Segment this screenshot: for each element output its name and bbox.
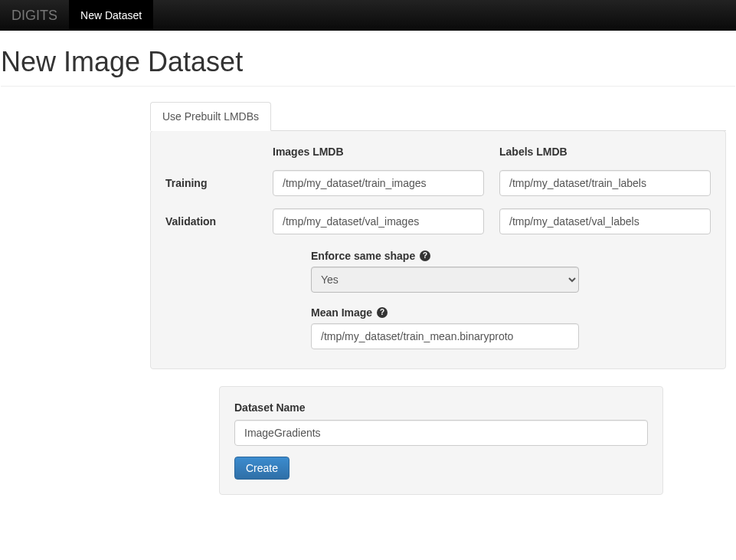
val-labels-input[interactable] — [499, 208, 711, 234]
lmdb-panel: Images LMDB Labels LMDB Training Validat… — [150, 130, 726, 369]
dataset-name-panel: Dataset Name Create — [219, 386, 663, 495]
enforce-shape-label: Enforce same shape ? — [311, 250, 430, 262]
train-images-input[interactable] — [273, 170, 484, 196]
row-header-validation: Validation — [165, 215, 257, 228]
mean-image-input[interactable] — [311, 323, 579, 349]
dataset-name-label: Dataset Name — [234, 401, 648, 414]
dataset-name-input[interactable] — [234, 420, 648, 446]
tabs: Use Prebuilt LMDBs — [150, 102, 726, 131]
nav-item-new-dataset[interactable]: New Dataset — [69, 0, 153, 30]
help-icon[interactable]: ? — [377, 307, 388, 318]
row-header-training: Training — [165, 177, 257, 189]
train-labels-input[interactable] — [499, 170, 711, 196]
col-header-images-lmdb: Images LMDB — [273, 146, 484, 158]
tab-use-prebuilt-lmdbs[interactable]: Use Prebuilt LMDBs — [150, 102, 271, 131]
enforce-shape-select[interactable]: Yes — [311, 267, 579, 293]
create-button[interactable]: Create — [234, 457, 289, 480]
help-icon[interactable]: ? — [420, 251, 430, 261]
col-header-labels-lmdb: Labels LMDB — [499, 146, 711, 158]
navbar: DIGITS New Dataset — [0, 0, 736, 31]
page-title: New Image Dataset — [1, 31, 735, 87]
val-images-input[interactable] — [273, 208, 484, 234]
mean-image-label: Mean Image ? — [311, 306, 388, 319]
brand[interactable]: DIGITS — [0, 0, 69, 30]
